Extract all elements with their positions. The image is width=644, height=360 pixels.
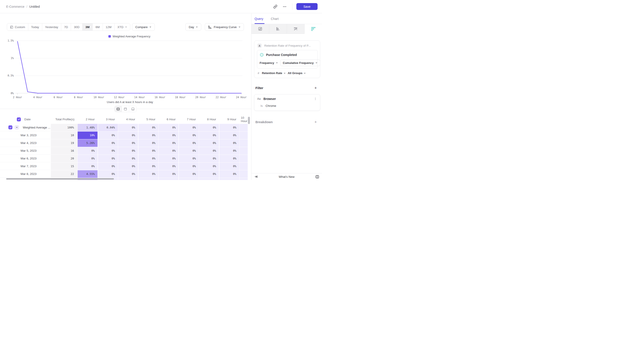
tab-flows[interactable] — [287, 24, 304, 34]
collapse-panel-icon — [254, 175, 258, 178]
whats-new-link[interactable]: What's New — [258, 175, 315, 178]
range-today-button[interactable]: Today — [28, 24, 42, 30]
report-title[interactable]: Untitled — [29, 5, 40, 8]
chart-view-dropdown[interactable]: Frequency Curve — [205, 23, 244, 31]
x-axis-tick-label: 12 Hour — [114, 96, 125, 99]
table-cell: 0% — [118, 124, 138, 131]
tab-chart[interactable]: Chart — [271, 17, 279, 20]
range-xtd-button[interactable]: XTD — [114, 24, 130, 30]
split-view-button[interactable] — [114, 106, 122, 112]
column-header[interactable]: 8 Hour — [199, 115, 219, 124]
select-all-checkbox[interactable] — [17, 118, 21, 122]
legend-label: Weighted Average Frequency — [112, 35, 150, 38]
column-header[interactable]: Total Profile(s) — [51, 115, 78, 124]
string-property-icon: Aa — [257, 97, 260, 100]
table-only-view-button[interactable] — [129, 106, 136, 112]
tab-query[interactable]: Query — [254, 17, 264, 20]
table-cell: 0% — [118, 162, 138, 170]
column-header[interactable]: 2 Hour — [78, 115, 98, 124]
table-cell: 10% — [78, 132, 98, 139]
tab-retention[interactable] — [304, 24, 322, 34]
insights-icon — [258, 27, 262, 31]
filter-property-row[interactable]: Aa Browser — [257, 97, 318, 100]
query-step-card: A Retention Rate of Frequency of P... Pu… — [254, 40, 320, 78]
frequency-dropdown[interactable]: Frequency — [260, 61, 278, 64]
column-header[interactable]: 7 Hour — [179, 115, 199, 124]
table-cell: 0% — [98, 162, 118, 170]
metric-dropdown[interactable]: Retention Rate — [262, 72, 286, 75]
sidebar-footer: What's New — [252, 173, 322, 180]
more-options-button[interactable] — [281, 3, 288, 10]
filter-condition-row[interactable]: Is Chrome — [257, 100, 318, 108]
range-30d-button[interactable]: 30D — [71, 24, 82, 30]
groups-dropdown[interactable]: All Groups — [288, 72, 306, 75]
header-actions: Save — [272, 3, 318, 10]
add-breakdown-button[interactable]: + — [313, 120, 318, 124]
x-axis-tick-label: 18 Hour — [175, 96, 186, 99]
table-vertical-scrollbar[interactable] — [248, 117, 250, 124]
table-cell: 5.26% — [78, 139, 98, 147]
column-header[interactable]: 3 Hour — [98, 115, 118, 124]
column-header[interactable]: 5 Hour — [138, 115, 158, 124]
range-6m-button[interactable]: 6M — [93, 24, 103, 30]
table-cell: 0% — [220, 170, 239, 178]
step-title[interactable]: Retention Rate of Frequency of P... — [264, 44, 311, 47]
collapse-sidebar-button[interactable] — [254, 175, 258, 178]
compare-dropdown[interactable]: Compare — [132, 23, 155, 31]
table-horizontal-scrollbar[interactable] — [6, 178, 114, 180]
tab-insights[interactable] — [252, 24, 269, 34]
range-3m-button[interactable]: 3M — [82, 24, 93, 30]
x-axis-tick-label: 10 Hour — [94, 96, 104, 99]
table-cell: 0% — [158, 139, 178, 147]
query-step-header[interactable]: A Retention Rate of Frequency of P... — [257, 43, 318, 50]
column-header[interactable]: 6 Hour — [158, 115, 178, 124]
row-expander-button[interactable] — [14, 125, 19, 130]
table-row: Mar 6, 2023200%0%0%0%0%0%0%0% — [0, 155, 248, 162]
sidebar-tabs: Query Chart — [252, 14, 322, 24]
table-cell: 0% — [179, 170, 199, 178]
range-7d-button[interactable]: 7D — [61, 24, 71, 30]
table-header-row: DateTotal Profile(s)2 Hour3 Hour4 Hour5 … — [0, 115, 248, 124]
table-cell: 0% — [220, 155, 239, 162]
x-axis-tick-label: 14 Hour — [134, 96, 145, 99]
table-cell: 0% — [179, 132, 199, 139]
top-panel-view-icon — [124, 107, 127, 111]
range-12m-button[interactable]: 12M — [103, 24, 114, 30]
chart-legend-item[interactable]: Weighted Average Frequency — [108, 35, 150, 38]
table-cell: 0% — [78, 147, 98, 154]
range-yesterday-button[interactable]: Yesterday — [42, 24, 62, 30]
table-cell-clipped — [240, 139, 248, 147]
chart-only-view-button[interactable] — [122, 106, 129, 112]
open-panel-button[interactable] — [315, 175, 319, 179]
filter-heading: Filter — [256, 86, 263, 90]
frequency-type-dropdown[interactable]: Cumulative Frequency — [280, 60, 320, 66]
x-axis-tick-label: 2 Hour — [13, 96, 22, 99]
filter-operator[interactable]: Is — [260, 104, 263, 108]
chart-line — [18, 41, 241, 93]
y-axis-tick-label: 0% — [10, 92, 14, 95]
filter-options-button[interactable] — [313, 97, 318, 100]
range-custom-button[interactable]: Custom — [7, 24, 28, 30]
row-checkbox[interactable] — [8, 126, 12, 129]
metric-controls: # Retention Rate All Groups — [257, 68, 318, 75]
granularity-dropdown[interactable]: Day — [185, 23, 201, 31]
table-row: Mar 3, 20231010%0%0%0%0%0%0%0% — [0, 132, 248, 139]
add-filter-button[interactable]: + — [313, 86, 318, 90]
event-selector[interactable]: Purchase Completed — [260, 52, 315, 60]
column-header[interactable]: 4 Hour — [118, 115, 138, 124]
event-name: Purchase Completed — [266, 53, 297, 56]
row-label-cell: Mar 8, 2023 — [0, 170, 50, 178]
column-header[interactable]: 9 Hour — [220, 115, 239, 124]
column-header-date[interactable]: Date — [0, 115, 50, 124]
tab-funnels[interactable] — [269, 24, 287, 34]
breadcrumb-project[interactable]: E-Commerce — [6, 5, 24, 8]
date-range-group: Custom Today Yesterday 7D 30D 3M 6M 12M … — [7, 23, 130, 31]
filter-value[interactable]: Chrome — [266, 104, 276, 108]
copy-link-button[interactable] — [272, 3, 279, 10]
table-cell: 0% — [199, 162, 219, 170]
x-axis-tick-label: 20 Hour — [195, 96, 206, 99]
save-button[interactable]: Save — [296, 3, 318, 10]
breadcrumb: E-Commerce / Untitled — [6, 5, 40, 8]
column-header[interactable]: 10 Hour — [240, 115, 248, 124]
total-profiles-cell: 22 — [51, 170, 78, 178]
